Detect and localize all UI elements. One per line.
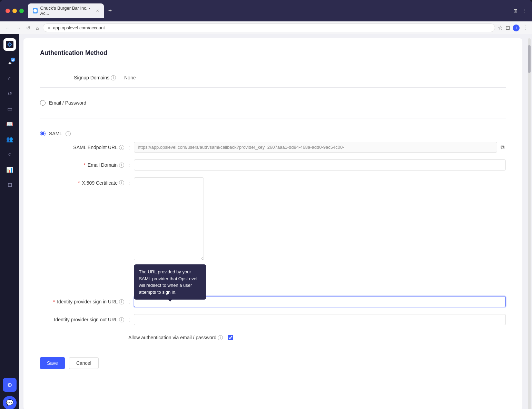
allow-auth-info-icon[interactable]: i (218, 335, 223, 340)
divider-top (40, 65, 506, 65)
allow-auth-checkbox[interactable] (228, 335, 233, 340)
chart-icon: 📊 (6, 166, 13, 173)
email-domain-input[interactable] (134, 159, 506, 171)
grid-icon: ⊞ (8, 182, 12, 188)
identity-sign-in-row: Identity provider sign in URL i : (48, 296, 506, 307)
identity-sign-in-label: Identity provider sign in URL i (48, 296, 124, 304)
lock-icon: ⚭ (47, 26, 51, 30)
saml-fields: SAML Endpoint URL i : ⧉ Email Domain i (48, 142, 506, 343)
sidebar-item-page[interactable]: ▭ (3, 102, 17, 116)
divider-bottom (40, 350, 506, 350)
identity-sign-in-url-input[interactable] (134, 296, 506, 307)
identity-sign-out-info-icon[interactable]: i (119, 317, 124, 322)
saml-row: SAML i (40, 125, 506, 142)
browser-toolbar: ← → ↺ ⌂ ⚭ app.opslevel.com/account ☆ ⊡ I… (0, 21, 532, 34)
users-icon: 👥 (6, 136, 13, 143)
sidebar-item-refresh[interactable]: ↺ (3, 87, 17, 100)
signup-domains-label: Signup Domains i (40, 72, 116, 80)
save-button[interactable]: Save (40, 357, 65, 369)
sidebar-logo (3, 38, 16, 51)
email-password-row: Email / Password (40, 95, 506, 111)
back-button[interactable]: ← (4, 24, 12, 32)
signup-domains-row: Signup Domains i None (40, 72, 506, 80)
button-row: Save Cancel (40, 357, 506, 369)
identity-sign-in-info-icon[interactable]: i (119, 299, 124, 304)
x509-cert-row: * X.509 Certificate i : The URL provided… (48, 177, 506, 262)
sidebar-item-team[interactable]: ✦ 2 (3, 56, 17, 70)
x509-cert-label: * X.509 Certificate i (48, 177, 124, 186)
toolbar-icons: ☆ ⊡ I ⋮ (498, 25, 528, 31)
address-bar[interactable]: ⚭ app.opslevel.com/account (43, 23, 495, 32)
check-circle-icon: ○ (8, 151, 11, 157)
book-icon: 📖 (6, 121, 13, 127)
email-domain-row: Email Domain i : (48, 159, 506, 171)
divider-1 (40, 87, 506, 88)
active-tab[interactable]: Chuck's Burger Bar Inc. - Ac... ✕ (28, 3, 104, 18)
sidebar-item-users[interactable]: 👥 (3, 132, 17, 146)
chat-button[interactable]: 💬 (3, 396, 17, 409)
x509-certificate-textarea[interactable] (134, 177, 204, 260)
divider-2 (40, 118, 506, 118)
allow-auth-row: Allow authentication via email / passwor… (48, 332, 506, 343)
signup-domains-info-icon[interactable]: i (111, 75, 116, 80)
reload-button[interactable]: ↺ (25, 24, 32, 32)
address-text: app.opslevel.com/account (53, 25, 105, 30)
allow-auth-wrap: Allow authentication via email / passwor… (128, 335, 233, 340)
forward-button[interactable]: → (14, 24, 22, 32)
tab-favicon (33, 8, 38, 13)
sidebar-item-settings[interactable]: ⚙ (3, 378, 17, 392)
saml-radio[interactable] (40, 131, 46, 136)
extensions-icon: ⊞ (513, 8, 518, 13)
x509-required-star: * (78, 180, 80, 186)
sidebar-item-chart[interactable]: 📊 (3, 163, 17, 176)
minimize-window-button[interactable] (12, 9, 17, 13)
allow-auth-label-spacer (48, 336, 124, 339)
email-password-label[interactable]: Email / Password (49, 100, 86, 106)
svg-rect-1 (6, 41, 13, 48)
tab-bar: Chuck's Burger Bar Inc. - Ac... ✕ + (28, 3, 453, 18)
x509-info-icon[interactable]: i (119, 180, 124, 185)
sidebar-item-check[interactable]: ○ (3, 147, 17, 161)
saml-info-icon[interactable]: i (66, 131, 71, 136)
tooltip-popup: The URL provided by your SAML provider t… (134, 264, 206, 300)
sidebar-item-book[interactable]: 📖 (3, 117, 17, 131)
page-title: Authentication Method (40, 49, 506, 57)
home-button[interactable]: ⌂ (35, 24, 40, 32)
saml-endpoint-info-icon[interactable]: i (119, 145, 124, 150)
tab-close-button[interactable]: ✕ (96, 9, 99, 13)
sidebar-item-home[interactable]: ⌂ (3, 71, 17, 85)
scrollbar-thumb[interactable] (528, 45, 531, 73)
cancel-button[interactable]: Cancel (69, 357, 99, 369)
identity-sign-out-row: Identity provider sign out URL i : (48, 314, 506, 325)
saml-endpoint-input-wrap: ⧉ (134, 142, 506, 153)
saml-endpoint-row: SAML Endpoint URL i : ⧉ (48, 142, 506, 153)
fullscreen-window-button[interactable] (19, 9, 24, 13)
sidebar-item-grid[interactable]: ⊞ (3, 178, 17, 192)
menu-icon: ⋮ (522, 8, 526, 13)
copy-url-button[interactable]: ⧉ (499, 143, 506, 152)
page-icon: ▭ (7, 106, 12, 112)
browser-content: ✦ 2 ⌂ ↺ ▭ 📖 👥 ○ 📊 (0, 34, 532, 409)
saml-label: SAML (49, 131, 62, 136)
browser-menu-icon[interactable]: ⋮ (522, 25, 528, 31)
identity-sign-out-url-input[interactable] (134, 314, 506, 325)
scrollbar[interactable] (528, 38, 531, 409)
home-icon: ⌂ (8, 75, 11, 81)
close-window-button[interactable] (6, 9, 10, 13)
saml-endpoint-label: SAML Endpoint URL i (48, 142, 124, 150)
allow-auth-label: Allow authentication via email / passwor… (128, 335, 216, 340)
extensions-toolbar-icon[interactable]: ⊡ (505, 25, 510, 31)
email-password-radio[interactable] (40, 100, 46, 106)
main-content: Authentication Method Signup Domains i N… (23, 38, 522, 409)
identity-sign-out-label: Identity provider sign out URL i (48, 314, 124, 322)
sidebar-badge: 2 (11, 58, 15, 62)
refresh-icon: ↺ (8, 90, 12, 97)
saml-endpoint-url-input[interactable] (134, 142, 497, 153)
email-domain-info-icon[interactable]: i (119, 163, 124, 168)
bookmark-icon[interactable]: ☆ (498, 25, 503, 31)
profile-icon[interactable]: I (513, 25, 520, 31)
chat-icon: 💬 (6, 399, 13, 407)
new-tab-button[interactable]: + (105, 6, 115, 16)
signup-domains-value: None (124, 72, 136, 80)
email-domain-label: Email Domain i (48, 159, 124, 168)
